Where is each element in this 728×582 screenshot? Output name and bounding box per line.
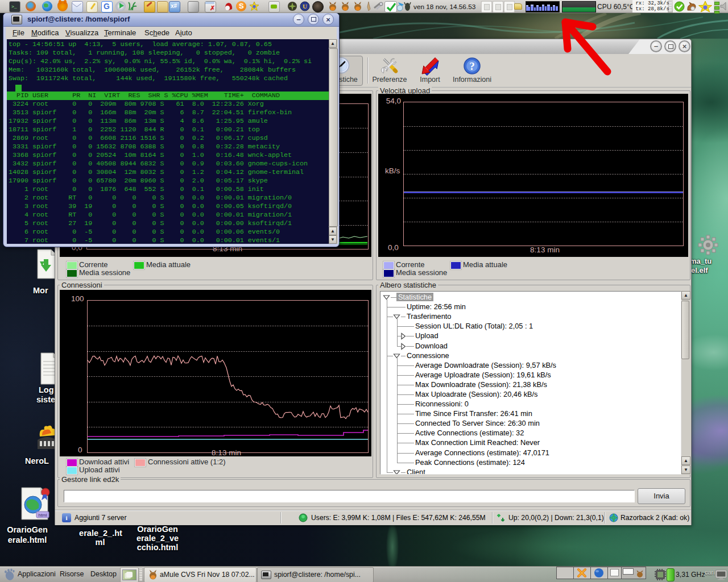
- svg-text:?: ?: [469, 60, 475, 72]
- svg-text:U: U: [303, 3, 307, 10]
- svg-text:html: html: [38, 513, 47, 518]
